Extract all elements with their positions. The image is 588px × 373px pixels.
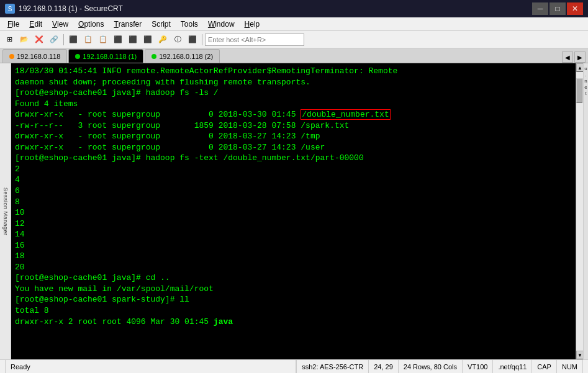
maximize-button[interactable]: □ (550, 2, 566, 15)
tab-label-2: 192.168.0.118 (1) (83, 53, 137, 60)
menu-tools[interactable]: Tools (176, 17, 203, 31)
menu-script[interactable]: Script (147, 17, 176, 31)
minimize-button[interactable]: ─ (532, 2, 548, 15)
toolbar-sep2 (202, 34, 202, 45)
status-ready: Ready (5, 360, 296, 374)
terminal-line-13: 8 (15, 197, 572, 208)
terminal-line-2: daemon shut down; proceeding with flushi… (15, 77, 572, 88)
toolbar-sep1 (63, 34, 64, 45)
terminal-line-4: Found 4 items (15, 99, 572, 110)
main-area: Session Manager 18/03/30 01:45:41 INFO r… (0, 63, 588, 359)
toolbar-new[interactable]: ⊞ (2, 33, 16, 47)
menu-window[interactable]: Window (203, 17, 240, 31)
tab-1[interactable]: 192.168.0.118 (2, 49, 67, 63)
terminal-line-19: 20 (15, 262, 572, 273)
terminal-line-11: 4 (15, 174, 572, 186)
tabbar: 192.168.0.118 192.168.0.118 (1) 192.168.… (0, 48, 588, 63)
tab-label-3: 192.168.0.118 (2) (159, 53, 213, 60)
terminal-line-15: 12 (15, 218, 572, 230)
terminal-line-17: 16 (15, 240, 572, 251)
menu-edit[interactable]: Edit (24, 17, 47, 31)
session-manager-panel: Session Manager (0, 63, 11, 359)
toolbar-btn11[interactable]: ⬛ (186, 33, 199, 47)
right-panel-char-n: n (584, 78, 587, 84)
app-icon: S (5, 4, 15, 14)
terminal-line-6: -rw-r--r-- 3 root supergroup 1859 2018-0… (15, 120, 572, 132)
terminal[interactable]: 18/03/30 01:45:41 INFO remote.RemoteActo… (11, 63, 576, 359)
close-button[interactable]: ✕ (567, 2, 583, 15)
tab-2[interactable]: 192.168.0.118 (1) (68, 49, 143, 63)
toolbar-btn3[interactable]: ⬛ (66, 33, 80, 47)
tab-prev-button[interactable]: ◀ (562, 52, 573, 63)
toolbar-btn9[interactable]: 🔑 (156, 33, 170, 47)
terminal-line-12: 6 (15, 186, 572, 197)
toolbar: ⊞ 📂 ❌ 🔗 ⬛ 📋 📋 ⬛ ⬛ ⬛ 🔑 ⓘ ⬛ (0, 31, 588, 48)
toolbar-btn10[interactable]: ⓘ (171, 33, 184, 47)
status-extra: .net/qq11 (493, 360, 532, 374)
right-panel: u . n e t (583, 63, 588, 359)
window-controls: ─ □ ✕ (532, 2, 583, 15)
menubar: File Edit View Options Transfer Script T… (0, 17, 588, 31)
tab-navigation: ◀ ▶ (562, 52, 586, 63)
toolbar-btn2[interactable]: 🔗 (47, 33, 61, 47)
terminal-line-21: You have new mail in /var/spool/mail/roo… (15, 284, 572, 295)
terminal-line-1: 18/03/30 01:45:41 INFO remote.RemoteActo… (15, 66, 572, 77)
status-terminal-type: VT100 (463, 360, 493, 374)
right-panel-char-t: t (585, 91, 586, 96)
toolbar-btn5[interactable]: 📋 (96, 33, 110, 47)
toolbar-btn6[interactable]: ⬛ (111, 33, 125, 47)
terminal-line-23: total 8 (15, 305, 572, 317)
menu-help[interactable]: Help (240, 17, 265, 31)
menu-transfer[interactable]: Transfer (109, 17, 147, 31)
toolbar-btn7[interactable]: ⬛ (126, 33, 140, 47)
terminal-line-7: drwxr-xr-x - root supergroup 0 2018-03-2… (15, 131, 572, 142)
status-num: NUM (557, 360, 583, 374)
status-caps: CAP (532, 360, 557, 374)
tab-status-icon-1 (9, 54, 14, 59)
scroll-track[interactable] (576, 72, 583, 351)
status-encryption: ssh2: AES-256-CTR (296, 360, 369, 374)
terminal-line-14: 10 (15, 207, 572, 218)
right-panel-char-e: e (584, 84, 587, 90)
terminal-line-16: 14 (15, 229, 572, 240)
session-manager-label: Session Manager (2, 187, 9, 236)
tab-3[interactable]: 192.168.0.118 (2) (145, 49, 220, 63)
status-dimensions: 24 Rows, 80 Cols (399, 360, 463, 374)
terminal-line-9: [root@eshop-cache01 java]# hadoop fs -te… (15, 153, 572, 164)
toolbar-btn8[interactable]: ⬛ (141, 33, 155, 47)
menu-view[interactable]: View (47, 17, 73, 31)
titlebar: S 192.168.0.118 (1) - SecureCRT ─ □ ✕ (0, 0, 588, 17)
menu-options[interactable]: Options (73, 17, 109, 31)
terminal-line-18: 18 (15, 251, 572, 262)
statusbar: Ready ssh2: AES-256-CTR 24, 29 24 Rows, … (0, 359, 588, 373)
terminal-line-22: [root@eshop-cache01 spark-study]# ll (15, 294, 572, 305)
terminal-line-24: drwxr-xr-x 2 root root 4096 Mar 30 01:45… (15, 317, 572, 328)
tab-next-button[interactable]: ▶ (574, 52, 586, 63)
host-input[interactable] (205, 34, 304, 46)
tab-label-1: 192.168.0.118 (17, 53, 60, 60)
statusbar-right: ssh2: AES-256-CTR 24, 29 24 Rows, 80 Col… (296, 360, 583, 374)
status-cursor: 24, 29 (369, 360, 399, 374)
terminal-line-3: [root@eshop-cache01 java]# hadoop fs -ls… (15, 88, 572, 99)
scrollbar[interactable]: ▲ ▼ (576, 63, 583, 359)
scroll-thumb[interactable] (576, 78, 582, 103)
toolbar-btn1[interactable]: ❌ (32, 33, 46, 47)
toolbar-btn4[interactable]: 📋 (81, 33, 95, 47)
terminal-line-20: [root@eshop-cache01 java]# cd .. (15, 272, 572, 284)
terminal-line-8: drwxr-xr-x - root supergroup 0 2018-03-2… (15, 142, 572, 153)
terminal-line-5: drwxr-xr-x - root supergroup 0 2018-03-3… (15, 109, 572, 120)
tab-status-icon-3 (152, 54, 156, 59)
menu-file[interactable]: File (2, 17, 24, 31)
toolbar-open[interactable]: 📂 (17, 33, 31, 47)
right-panel-char-dot: . (585, 72, 586, 78)
tab-status-icon-2 (75, 54, 80, 59)
terminal-line-10: 2 (15, 164, 572, 175)
window-title: 192.168.0.118 (1) - SecureCRT (19, 4, 532, 13)
right-panel-char-u: u (584, 66, 587, 71)
